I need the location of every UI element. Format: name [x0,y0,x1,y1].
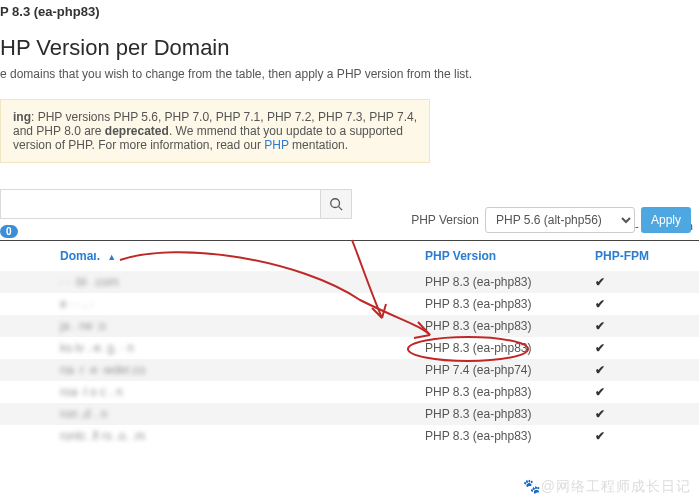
warning-text-3: mentation. [289,138,348,152]
warning-prefix: ing [13,110,31,124]
warning-deprecated: deprecated [105,124,169,138]
column-domain[interactable]: Domaı. ▲ [0,249,425,263]
cell-php-fpm: ✔ [595,363,699,377]
cell-domain: ks·lv .·e. g. · n [0,341,425,355]
sort-asc-icon: ▲ [107,252,116,262]
cell-domain: ron ,d . n [0,407,425,421]
cell-php-fpm: ✔ [595,429,699,443]
check-icon: ✔ [595,319,605,333]
cell-php-version: PHP 8.3 (ea-php83) [425,407,595,421]
table-row[interactable]: e · · . ·PHP 8.3 (ea-php83)✔ [0,293,699,315]
cell-php-version: PHP 8.3 (ea-php83) [425,319,595,333]
check-icon: ✔ [595,407,605,421]
table-row[interactable]: ronlc .fl rs .o. .mPHP 8.3 (ea-php83)✔ [0,425,699,447]
cell-php-fpm: ✔ [595,407,699,421]
search-button[interactable] [320,189,352,219]
php-version-label: PHP Version [411,213,479,227]
cell-php-version: PHP 7.4 (ea-php74) [425,363,595,377]
domain-table: Domaı. ▲ PHP Version PHP-FPM · · ·bl· .c… [0,240,699,447]
column-domain-label: Domaı. [60,249,100,263]
cell-domain: ja . ne :o [0,319,425,333]
php-version-select[interactable]: PHP 5.6 (alt-php56) [485,207,635,233]
cell-php-fpm: ✔ [595,297,699,311]
table-row[interactable]: ks·lv .·e. g. · nPHP 8.3 (ea-php83)✔ [0,337,699,359]
domain-search-input[interactable] [0,189,320,219]
cell-php-fpm: ✔ [595,341,699,355]
cell-php-version: PHP 8.3 (ea-php83) [425,429,595,443]
column-php-fpm[interactable]: PHP-FPM [595,249,699,263]
cell-domain: na· r ·e ·wder.co [0,363,425,377]
cell-php-version: PHP 8.3 (ea-php83) [425,341,595,355]
column-php-version[interactable]: PHP Version [425,249,595,263]
svg-line-1 [339,207,343,211]
cell-php-fpm: ✔ [595,275,699,289]
page-title: HP Version per Domain [0,35,699,61]
current-system-php: P 8.3 (ea-php83) [0,0,699,27]
table-row[interactable]: · · ·bl· .comPHP 8.3 (ea-php83)✔ [0,271,699,293]
search-icon [329,197,343,211]
svg-point-0 [331,199,340,208]
table-row[interactable]: roa ·l o c . nPHP 8.3 (ea-php83)✔ [0,381,699,403]
cell-php-fpm: ✔ [595,385,699,399]
table-row[interactable]: na· r ·e ·wder.co PHP 7.4 (ea-php74)✔ [0,359,699,381]
page-description: e domains that you wish to change from t… [0,67,699,81]
filter-count-badge: 0 [0,225,18,238]
deprecation-warning: ing: PHP versions PHP 5.6, PHP 7.0, PHP … [0,99,430,163]
check-icon: ✔ [595,275,605,289]
check-icon: ✔ [595,429,605,443]
cell-php-fpm: ✔ [595,319,699,333]
cell-php-version: PHP 8.3 (ea-php83) [425,297,595,311]
cell-php-version: PHP 8.3 (ea-php83) [425,385,595,399]
php-doc-link[interactable]: PHP [264,138,288,152]
cell-domain: · · ·bl· .com [0,275,425,289]
check-icon: ✔ [595,341,605,355]
check-icon: ✔ [595,297,605,311]
table-header: Domaı. ▲ PHP Version PHP-FPM [0,241,699,271]
cell-domain: e · · . · [0,297,425,311]
check-icon: ✔ [595,385,605,399]
apply-button[interactable]: Apply [641,207,691,233]
cell-php-version: PHP 8.3 (ea-php83) [425,275,595,289]
table-row[interactable]: ron ,d . nPHP 8.3 (ea-php83)✔ [0,403,699,425]
cell-domain: ronlc .fl rs .o. .m [0,429,425,443]
cell-domain: roa ·l o c . n [0,385,425,399]
check-icon: ✔ [595,363,605,377]
table-row[interactable]: ja . ne :oPHP 8.3 (ea-php83)✔ [0,315,699,337]
